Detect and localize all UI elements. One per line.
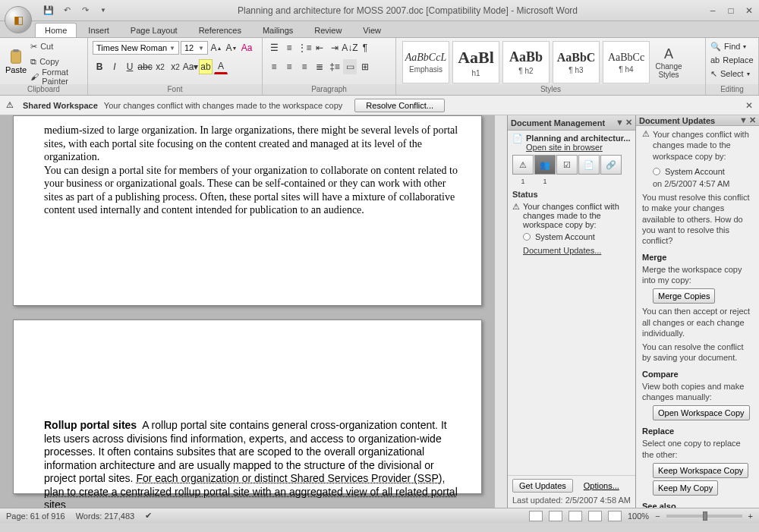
document-updates-link[interactable]: Document Updates...: [523, 246, 601, 255]
dm-tab-members[interactable]: 👥: [534, 155, 556, 175]
font-name-combo[interactable]: Times New Roman▼: [93, 41, 179, 55]
borders-button[interactable]: ⊞: [358, 59, 372, 74]
find-button[interactable]: 🔍Find▾: [710, 39, 754, 53]
office-button[interactable]: ◧: [5, 6, 32, 33]
radio-icon: [523, 233, 531, 241]
zoom-in-button[interactable]: +: [748, 512, 753, 521]
style-h4[interactable]: AaBbCc¶ h4: [603, 41, 650, 83]
justify-button[interactable]: ≣: [313, 59, 326, 74]
align-left-button[interactable]: ≡: [267, 59, 281, 74]
compare-text: View both copies and make changes manual…: [642, 381, 753, 403]
strike-button[interactable]: abc: [138, 59, 152, 74]
resolve-conflict-button[interactable]: Resolve Conflict...: [354, 99, 445, 112]
draft-view[interactable]: [608, 511, 622, 521]
options-button[interactable]: Options...: [578, 479, 625, 493]
open-site-link[interactable]: Open site in browser: [526, 143, 603, 152]
select-button[interactable]: ↖Select▾: [710, 67, 754, 80]
tab-home[interactable]: Home: [35, 23, 77, 37]
align-right-button[interactable]: ≡: [298, 59, 311, 74]
change-styles-button[interactable]: A Change Styles: [651, 39, 686, 85]
ribbon-tabs: Home Insert Page Layout References Maili…: [0, 21, 759, 38]
status-heading: Status: [512, 190, 631, 199]
format-painter-button[interactable]: 🖌Format Painter: [30, 70, 83, 83]
clear-format-button[interactable]: Aa: [240, 40, 254, 55]
sort-button[interactable]: A↓Z: [343, 40, 357, 55]
shading-button[interactable]: ▭: [343, 59, 357, 74]
web-layout-view[interactable]: [568, 511, 582, 521]
word-count[interactable]: Words: 217,483: [76, 512, 134, 521]
numbering-button[interactable]: ≡: [282, 40, 296, 55]
indent-dec-button[interactable]: ⇤: [313, 40, 326, 55]
dm-tab-tasks[interactable]: ☑: [556, 155, 578, 175]
pane-dropdown-icon[interactable]: ▼: [616, 118, 624, 127]
proofing-icon[interactable]: ✔: [145, 511, 152, 521]
maximize-button[interactable]: □: [724, 5, 738, 16]
multilevel-button[interactable]: ⋮≡: [298, 40, 311, 55]
vertical-scrollbar[interactable]: [495, 115, 507, 508]
style-h3[interactable]: AaBbC¶ h3: [553, 41, 600, 83]
tab-view[interactable]: View: [353, 23, 391, 37]
align-center-button[interactable]: ≡: [282, 59, 296, 74]
copy-button[interactable]: ⧉Copy: [30, 55, 83, 68]
change-case-button[interactable]: Aa▾: [184, 59, 197, 74]
dm-tab-status[interactable]: ⚠: [512, 155, 534, 175]
style-h2[interactable]: AaBb¶ h2: [502, 41, 550, 83]
outline-view[interactable]: [588, 511, 602, 521]
pane-close-icon[interactable]: ✕: [749, 115, 756, 125]
show-marks-button[interactable]: ¶: [358, 40, 372, 55]
dm-tab-links[interactable]: 🔗: [600, 155, 622, 175]
tab-page-layout[interactable]: Page Layout: [121, 23, 187, 37]
pane-close-icon[interactable]: ✕: [625, 118, 632, 127]
body-paragraph: Rollup portal sites A rollup portal site…: [44, 419, 461, 508]
tab-references[interactable]: References: [189, 23, 251, 37]
zoom-slider[interactable]: [666, 515, 742, 518]
redo-icon[interactable]: ↷: [79, 5, 91, 17]
replace-button[interactable]: abReplace: [710, 53, 754, 67]
qat-more-icon[interactable]: ▼: [97, 5, 109, 17]
superscript-button[interactable]: x2: [168, 59, 182, 74]
subscript-button[interactable]: x2: [153, 59, 167, 74]
minimize-button[interactable]: –: [706, 5, 720, 16]
paste-button[interactable]: Paste: [5, 39, 27, 83]
cut-button[interactable]: ✂Cut: [30, 39, 83, 53]
open-workspace-copy-button[interactable]: Open Workspace Copy: [653, 405, 750, 420]
body-paragraph: You can design a portal site for members…: [44, 164, 461, 217]
zoom-level[interactable]: 100%: [628, 512, 649, 521]
line-spacing-button[interactable]: ‡≡: [328, 59, 342, 74]
merge-copies-button[interactable]: Merge Copies: [653, 288, 715, 304]
section-heading: Rollup portal sites: [44, 419, 137, 431]
highlight-button[interactable]: ab: [199, 59, 213, 74]
pane-dropdown-icon[interactable]: ▼: [739, 115, 748, 125]
shrink-font-button[interactable]: A▼: [225, 40, 238, 55]
font-color-button[interactable]: A: [214, 59, 228, 74]
zoom-out-button[interactable]: −: [655, 512, 660, 521]
bullets-button[interactable]: ☰: [267, 40, 281, 55]
dm-tab-documents[interactable]: 📄: [578, 155, 600, 175]
tab-mailings[interactable]: Mailings: [253, 23, 303, 37]
undo-icon[interactable]: ↶: [61, 5, 73, 17]
close-button[interactable]: ✕: [742, 5, 756, 16]
style-h1[interactable]: AaBlh1: [452, 41, 499, 83]
italic-button[interactable]: I: [108, 59, 121, 74]
close-bar-button[interactable]: ✕: [745, 100, 753, 111]
save-icon[interactable]: 💾: [43, 5, 55, 17]
indent-inc-button[interactable]: ⇥: [328, 40, 342, 55]
radio-icon: [653, 168, 660, 175]
print-layout-view[interactable]: [529, 511, 543, 521]
bold-button[interactable]: B: [93, 59, 106, 74]
document-area[interactable]: medium-sized to large organization. In l…: [0, 115, 495, 508]
font-size-combo[interactable]: 12▼: [181, 41, 208, 55]
full-screen-view[interactable]: [549, 511, 562, 521]
editing-group-label: Editing: [706, 84, 758, 95]
keep-workspace-copy-button[interactable]: Keep Workspace Copy: [653, 463, 748, 478]
get-updates-button[interactable]: Get Updates: [512, 479, 573, 493]
status-text: Your changes conflict with changes made …: [523, 202, 631, 229]
keep-my-copy-button[interactable]: Keep My Copy: [653, 480, 718, 496]
underline-button[interactable]: U: [123, 59, 137, 74]
tab-review[interactable]: Review: [304, 23, 351, 37]
grow-font-button[interactable]: A▲: [209, 40, 223, 55]
document-management-pane: Document Management ▼✕ 📄 Planning and ar…: [507, 115, 635, 508]
tab-insert[interactable]: Insert: [78, 23, 119, 37]
style-emphasis[interactable]: AaBbCcLEmphasis: [402, 41, 449, 83]
page-status[interactable]: Page: 61 of 916: [6, 512, 65, 521]
